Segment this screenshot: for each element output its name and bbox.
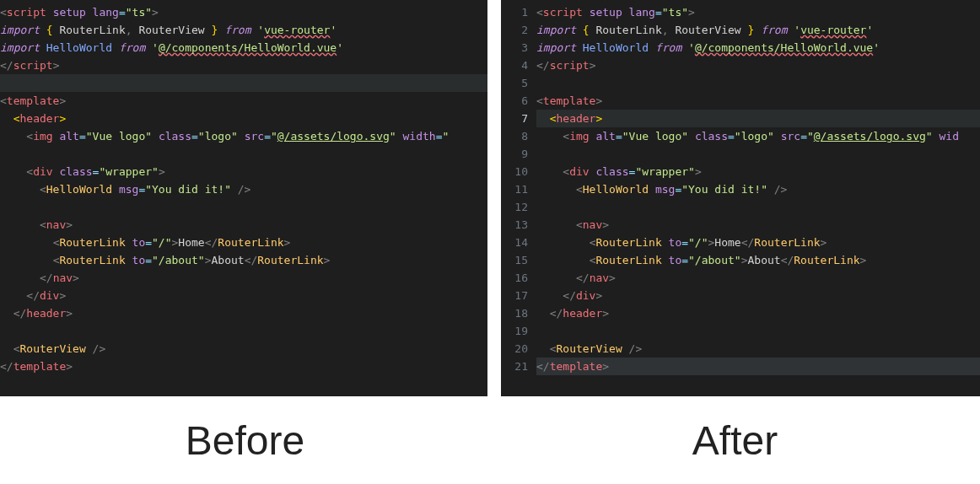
comparison-container: <script setup lang="ts">import { RouterL… <box>0 0 980 484</box>
line-number: 1 <box>501 3 528 21</box>
code-line[interactable]: </template> <box>0 358 487 375</box>
line-number-gutter: 123456789101112131415161718192021 <box>501 3 536 375</box>
label-after: After <box>490 417 980 464</box>
labels-row: Before After <box>0 396 980 484</box>
code-line[interactable]: <header> <box>536 110 980 127</box>
line-number: 3 <box>501 39 528 56</box>
line-number: 5 <box>501 74 528 92</box>
code-line[interactable]: <nav> <box>0 216 487 234</box>
code-line[interactable]: <RouterView /> <box>0 340 487 358</box>
code-line[interactable]: </div> <box>0 287 487 304</box>
code-line[interactable]: <div class="wrapper"> <box>0 163 487 180</box>
line-number: 6 <box>501 92 528 110</box>
line-number: 14 <box>501 234 528 251</box>
code-line[interactable]: <script setup lang="ts"> <box>536 3 980 21</box>
panes-row: <script setup lang="ts">import { RouterL… <box>0 0 980 396</box>
code-line[interactable] <box>536 145 980 163</box>
code-line[interactable] <box>0 145 487 163</box>
code-area-before: <script setup lang="ts">import { RouterL… <box>0 0 487 375</box>
line-number: 18 <box>501 304 528 322</box>
code-line[interactable] <box>536 74 980 92</box>
code-line[interactable]: <script setup lang="ts"> <box>0 3 487 21</box>
code-line[interactable] <box>0 198 487 216</box>
code-line[interactable]: import HelloWorld from '@/components/Hel… <box>536 39 980 56</box>
line-number: 21 <box>501 358 528 375</box>
code-line[interactable]: <div class="wrapper"> <box>536 163 980 180</box>
code-line[interactable]: <template> <box>536 92 980 110</box>
editor-pane-before[interactable]: <script setup lang="ts">import { RouterL… <box>0 0 487 396</box>
code-line[interactable] <box>0 74 487 92</box>
code-line[interactable]: <img alt="Vue logo" class="logo" src="@/… <box>0 127 487 145</box>
code-line[interactable]: import HelloWorld from '@/components/Hel… <box>0 39 487 56</box>
code-line[interactable]: <RouterView /> <box>536 340 980 358</box>
code-line[interactable]: </nav> <box>536 269 980 287</box>
label-before: Before <box>0 417 490 464</box>
code-line[interactable]: <HelloWorld msg="You did it!" /> <box>0 180 487 198</box>
line-number: 4 <box>501 56 528 74</box>
code-line[interactable]: <img alt="Vue logo" class="logo" src="@/… <box>536 127 980 145</box>
code-line[interactable]: </div> <box>536 287 980 304</box>
line-number: 16 <box>501 269 528 287</box>
code-line[interactable]: <HelloWorld msg="You did it!" /> <box>536 180 980 198</box>
line-number: 20 <box>501 340 528 358</box>
code-line[interactable]: import { RouterLink, RouterView } from '… <box>536 21 980 39</box>
code-line[interactable]: <RouterLink to="/">Home</RouterLink> <box>0 234 487 251</box>
code-line[interactable]: <RouterLink to="/">Home</RouterLink> <box>536 234 980 251</box>
code-line[interactable] <box>536 322 980 340</box>
code-line[interactable]: <nav> <box>536 216 980 234</box>
line-number: 12 <box>501 198 528 216</box>
line-number: 7 <box>501 110 528 127</box>
code-line[interactable]: import { RouterLink, RouterView } from '… <box>0 21 487 39</box>
code-line[interactable]: </header> <box>0 304 487 322</box>
code-line[interactable]: </nav> <box>0 269 487 287</box>
code-line[interactable] <box>0 322 487 340</box>
editor-pane-after[interactable]: 123456789101112131415161718192021 <scrip… <box>501 0 980 396</box>
line-number: 17 <box>501 287 528 304</box>
line-number: 8 <box>501 127 528 145</box>
code-line[interactable]: <template> <box>0 92 487 110</box>
code-line[interactable]: <RouterLink to="/about">About</RouterLin… <box>0 251 487 269</box>
code-line[interactable]: </header> <box>536 304 980 322</box>
line-number: 13 <box>501 216 528 234</box>
code-line[interactable]: </script> <box>0 56 487 74</box>
line-number: 11 <box>501 180 528 198</box>
code-line[interactable]: <RouterLink to="/about">About</RouterLin… <box>536 251 980 269</box>
line-number: 19 <box>501 322 528 340</box>
code-line[interactable] <box>536 198 980 216</box>
line-number: 9 <box>501 145 528 163</box>
line-number: 15 <box>501 251 528 269</box>
code-after[interactable]: <script setup lang="ts">import { RouterL… <box>536 3 980 375</box>
line-number: 2 <box>501 21 528 39</box>
code-line[interactable]: <header> <box>0 110 487 127</box>
code-area-after: 123456789101112131415161718192021 <scrip… <box>501 0 980 375</box>
code-line[interactable]: </script> <box>536 56 980 74</box>
code-line[interactable]: </template> <box>536 358 980 375</box>
code-before[interactable]: <script setup lang="ts">import { RouterL… <box>0 3 487 375</box>
line-number: 10 <box>501 163 528 180</box>
